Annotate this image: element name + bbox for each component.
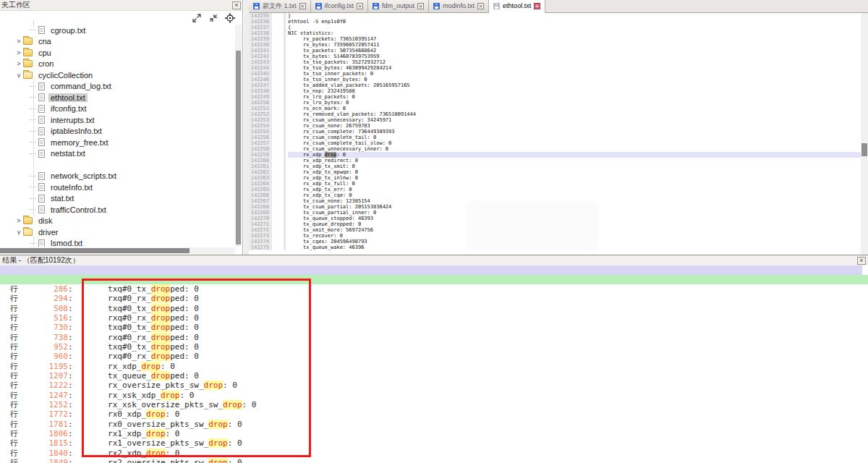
editor-line[interactable]: 142254 rx_csum_none: 26759783 xyxy=(249,123,861,129)
editor-line-text: tx_added_vlan_packets: 205165957165 xyxy=(288,82,861,88)
editor-line[interactable]: 142264 rx_xdp_tx_full: 0 xyxy=(249,181,861,187)
editor-line[interactable]: 142265 rx_xdp_tx_err: 0 xyxy=(249,187,861,192)
editor-line[interactable]: 142238NIC statistics: xyxy=(249,30,861,36)
editor-line-text: rx_xdp_tx_inlnw: 0 xyxy=(288,175,861,181)
expand-all-icon[interactable] xyxy=(192,13,202,23)
scrollbar-thumb[interactable] xyxy=(861,143,867,156)
editor-line[interactable]: 142259 rx_xdp_drop: 0 xyxy=(249,152,861,158)
tree-item-cpu[interactable]: >cpu xyxy=(0,47,235,59)
tree-item-disk[interactable]: >disk xyxy=(0,216,235,227)
tree-connector xyxy=(29,97,36,98)
fold-margin xyxy=(272,140,288,146)
tree-item-command_log.txt[interactable]: command_log.txt xyxy=(0,81,235,93)
editor-line[interactable]: 142242 tx_bytes: 514607839753959 xyxy=(249,54,861,59)
chevron-down-icon[interactable]: v xyxy=(14,72,23,79)
editor-line[interactable]: 142240 rx_bytes: 735960572057411 xyxy=(249,42,861,48)
close-icon[interactable]: × xyxy=(299,3,306,9)
chevron-right-icon[interactable]: > xyxy=(14,49,23,56)
tree-item-iptablesInfo.txt[interactable]: iptablesInfo.txt xyxy=(0,126,235,137)
chevron-right-icon[interactable]: > xyxy=(14,60,23,67)
panel-splitter[interactable] xyxy=(244,0,249,255)
folder-icon xyxy=(23,217,33,224)
tree-item-cgroup.txt[interactable]: cgroup.txt xyxy=(0,25,235,36)
editor-line[interactable]: 142247 tx_added_vlan_packets: 2051659571… xyxy=(249,82,861,88)
workspace-horizontal-scrollbar[interactable] xyxy=(0,247,235,254)
tab-ethtool.txt[interactable]: ethtool.txt× xyxy=(489,0,545,13)
editor-line[interactable]: 142249 rx_lro_packets: 0 xyxy=(249,94,861,100)
tree-item-cyclicCollection[interactable]: vcyclicCollection xyxy=(0,69,235,81)
tree-item-network_scripts.txt[interactable]: network_scripts.txt xyxy=(0,171,235,182)
close-icon[interactable]: × xyxy=(534,3,540,9)
editor-line[interactable]: 142246 tx_tso_inner_bytes: 0 xyxy=(249,77,861,82)
line-number: 142252 xyxy=(249,111,272,117)
editor-line[interactable]: 142256 rx_csum_complete_tail: 0 xyxy=(249,135,861,140)
tree-item-cna[interactable]: >cna xyxy=(0,36,235,48)
editor-line[interactable]: 142245 tx_tso_inner_packets: 0 xyxy=(249,71,861,77)
tree-item-stat.txt[interactable]: stat.txt xyxy=(0,193,235,205)
editor-line[interactable]: 142251 rx_ecn_mark: 0 xyxy=(249,106,861,111)
editor-line[interactable]: 142250 rx_lro_bytes: 0 xyxy=(249,100,861,106)
tree-item-memory_free.txt[interactable]: memory_free.txt xyxy=(0,137,235,148)
editor-line[interactable]: 142236ethtool -S enp1s0f0 xyxy=(249,19,861,25)
editor-line[interactable]: 142243 tx_tso_packets: 35272932712 xyxy=(249,59,861,65)
line-number: 142240 xyxy=(249,42,272,48)
editor-line[interactable]: 142237{ xyxy=(249,25,861,30)
colon: : xyxy=(68,438,73,448)
collapse-all-icon[interactable] xyxy=(208,13,218,23)
file-icon xyxy=(38,116,45,124)
editor-line[interactable]: 142235} xyxy=(249,13,861,19)
editor-line-text: rx_csum_unnecessary: 34245971 xyxy=(288,117,861,123)
editor-line[interactable]: 142266 rx_xdp_tx_cqe: 0 xyxy=(249,192,861,198)
editor-line[interactable]: 142252 rx_removed_vlan_packets: 73651009… xyxy=(249,111,861,117)
editor-line[interactable]: 142255 rx_csum_complete: 736449389393 xyxy=(249,129,861,135)
scrollbar-thumb[interactable] xyxy=(0,248,190,253)
line-number: 142245 xyxy=(249,71,272,77)
tree-item-interrupts.txt[interactable]: interrupts.txt xyxy=(0,114,235,126)
close-icon[interactable]: × xyxy=(477,3,484,9)
tab-ifconfig.txt[interactable]: ifconfig.txt× xyxy=(311,0,369,12)
tab-fdm_output[interactable]: fdm_output× xyxy=(368,0,429,12)
tree-item-trafficControl.txt[interactable]: trafficControl.txt xyxy=(0,204,235,216)
close-icon[interactable]: × xyxy=(417,3,424,9)
colon: : xyxy=(68,294,73,303)
chevron-down-icon[interactable]: v xyxy=(14,229,23,236)
editor-line[interactable]: 142244 tx_tso_bytes: 463099429284214 xyxy=(249,65,861,71)
result-row[interactable]: 行1849: rx2_oversize_pkts_sw_drop: 0 xyxy=(0,458,868,463)
result-line-number: 1195 xyxy=(20,362,68,371)
tree-item-routeInfo.txt[interactable]: routeInfo.txt xyxy=(0,182,235,193)
tab-modinfo.txt[interactable]: modinfo.txt× xyxy=(429,0,489,12)
tree-item-ethtool.txt[interactable]: ethtool.txt xyxy=(0,92,235,103)
fold-margin xyxy=(272,187,288,192)
editor-line[interactable]: 142257 rx_csum_complete_tail_slow: 0 xyxy=(249,140,861,146)
tree-item-label: lsmod.txt xyxy=(48,239,85,247)
close-icon[interactable]: × xyxy=(232,1,241,9)
folder-icon xyxy=(23,49,33,56)
tree-item-lsmod.txt[interactable]: lsmod.txt xyxy=(0,238,235,247)
chevron-right-icon[interactable]: > xyxy=(14,38,23,45)
close-icon[interactable]: × xyxy=(357,3,363,9)
editor-vertical-scrollbar[interactable] xyxy=(861,13,868,255)
editor-line[interactable]: 142248 tx_nop: 232419588 xyxy=(249,88,861,94)
editor-line[interactable]: 142241 tx_packets: 507354668642 xyxy=(249,48,861,54)
tab-新文件 1.txt[interactable]: 新文件 1.txt× xyxy=(249,0,311,12)
editor-line[interactable]: 142253 rx_csum_unnecessary: 34245971 xyxy=(249,117,861,123)
fold-margin xyxy=(272,117,288,123)
tree-item-netstat.txt[interactable]: netstat.txt xyxy=(0,148,235,160)
editor-line[interactable]: 142263 rx_xdp_tx_inlnw: 0 xyxy=(249,175,861,181)
close-icon[interactable]: × xyxy=(857,257,866,265)
tree-item-cron[interactable]: >cron xyxy=(0,59,235,70)
editor-line[interactable]: 142260 rx_xdp_redirect: 0 xyxy=(249,158,861,163)
scrollbar-thumb[interactable] xyxy=(236,51,241,245)
tree-item-ifconfig.txt[interactable]: ifconfig.txt xyxy=(0,103,235,115)
file-icon xyxy=(38,127,45,135)
chevron-right-icon[interactable]: > xyxy=(14,217,23,224)
tree-item-driver[interactable]: vdriver xyxy=(0,226,235,238)
locate-current-file-icon[interactable] xyxy=(225,13,235,23)
editor-line[interactable]: 142258 rx_csum_unnecessary_inner: 0 xyxy=(249,146,861,152)
workspace-vertical-scrollbar[interactable] xyxy=(235,25,242,247)
editor-line[interactable]: 142261 rx_xdp_tx_xmit: 0 xyxy=(249,163,861,169)
search-summary-line[interactable]: 索 "drop" （1个文件中匹配到10192次，总计次） xyxy=(0,266,862,275)
file-icon xyxy=(38,26,45,34)
editor-line[interactable]: 142262 rx_xdp_tx_mpwqe: 0 xyxy=(249,169,861,175)
editor-line[interactable]: 142239 rx_packets: 736510395147 xyxy=(249,36,861,42)
